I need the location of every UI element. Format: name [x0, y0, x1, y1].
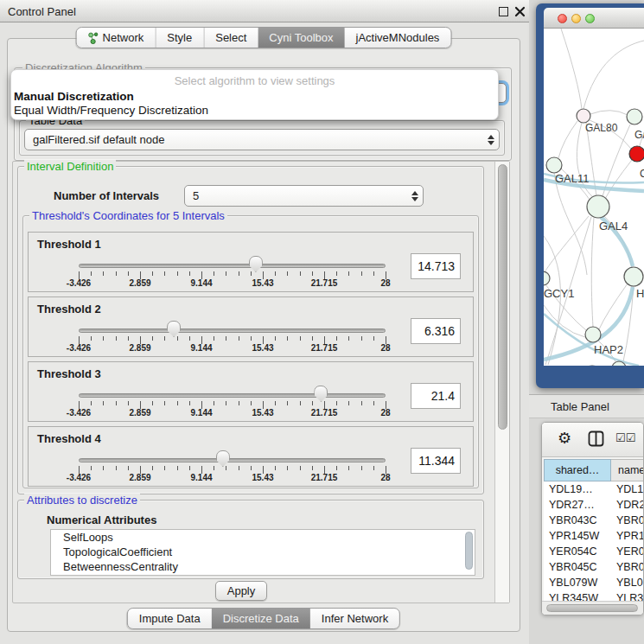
table-row[interactable]: YDR27…YDR2: [544, 497, 644, 513]
node-red-selected[interactable]: [629, 146, 644, 162]
node-partial-low-right[interactable]: [624, 267, 643, 286]
table-row[interactable]: YBR043CYBR0: [544, 513, 644, 528]
slider-tick-labels: -3.4262.8599.14415.4321.71528: [79, 278, 386, 289]
horizontal-scrollbar[interactable]: [542, 601, 644, 615]
popup-option-equal-width[interactable]: Equal Width/Frequency Discretization: [14, 104, 208, 117]
spinner-arrows-icon[interactable]: [411, 191, 418, 201]
table-row[interactable]: YDL19…YDL1: [544, 481, 644, 497]
number-of-intervals-label: Number of Intervals: [54, 189, 159, 202]
numerical-attributes-list: SelfLoops TopologicalCoefficient Between…: [50, 529, 475, 576]
tab-jactivemnodules[interactable]: jActiveMNodules: [345, 28, 451, 48]
vertical-scrollbar[interactable]: [494, 162, 509, 603]
slider-track[interactable]: [79, 458, 386, 462]
threshold-3-value-field[interactable]: [411, 383, 461, 409]
tab-style[interactable]: Style: [155, 28, 203, 48]
vertical-scrollbar-thumb[interactable]: [498, 164, 507, 430]
slider-tick-labels: -3.4262.8599.14415.4321.71528: [79, 408, 386, 418]
algorithm-hint-text: Select algorithm to view settings: [11, 74, 498, 87]
slider-track[interactable]: [79, 264, 386, 268]
tab-cyni-toolbox[interactable]: Cyni Toolbox: [258, 28, 344, 48]
table-row[interactable]: YPR145WYPR1: [544, 528, 644, 544]
table-rows: YDL19…YDL1 YDR27…YDR2 YBR043CYBR0 YPR145…: [544, 481, 644, 603]
slider-thumb[interactable]: [314, 386, 328, 402]
numerical-attributes-label: Numerical Attributes: [47, 513, 156, 526]
threshold-3-label: Threshold 3: [37, 367, 101, 380]
tab-select[interactable]: Select: [203, 28, 258, 48]
threshold-2-value-field[interactable]: [411, 318, 461, 344]
list-item-betweennesscentrality[interactable]: BetweennessCentrality: [51, 559, 475, 574]
column-header-shared-name[interactable]: shared…: [544, 459, 611, 481]
gear-icon[interactable]: ⚙: [558, 430, 571, 447]
number-of-intervals-combobox[interactable]: 5: [184, 185, 424, 207]
attributes-title: Attributes to discretize: [24, 494, 140, 507]
threshold-3-panel: Threshold 3 -3.4262.8599.14415.4321.7152…: [28, 361, 474, 422]
list-scrollbar-thumb[interactable]: [465, 532, 473, 570]
algorithm-dropdown-popup: Select algorithm to view settings Manual…: [10, 69, 499, 120]
table-data-value: galFiltered.sif default node: [33, 133, 164, 146]
tab-label: Network: [103, 31, 144, 44]
tab-infer-network[interactable]: Infer Network: [310, 609, 399, 628]
table-toolbar: ⚙ ☑☑: [542, 423, 643, 457]
network-canvas[interactable]: GAL80 GA C GAL11 GAL4 GCY1 HA HAP2: [544, 29, 644, 366]
threshold-3-slider[interactable]: -3.4262.8599.14415.4321.71528: [79, 385, 386, 418]
slider-track[interactable]: [79, 328, 386, 333]
spinner-arrows-icon[interactable]: [488, 135, 494, 145]
tab-network[interactable]: Network: [77, 28, 156, 48]
network-window-titlebar[interactable]: [544, 8, 644, 29]
node-gal80[interactable]: [577, 109, 590, 123]
node-label-hap2: HAP2: [594, 343, 623, 356]
checkbox-icons[interactable]: ☑☑: [615, 431, 635, 444]
zoom-traffic-light-icon[interactable]: [585, 14, 595, 23]
threshold-1-panel: Threshold 1 -3.4262.8599.14415.4321.7152…: [28, 232, 474, 292]
table-data-combobox[interactable]: galFiltered.sif default node: [24, 129, 500, 150]
node-label-partial-low-right: HA: [636, 287, 644, 300]
node-hap2[interactable]: [585, 327, 601, 342]
table-row[interactable]: YER054CYER0: [544, 544, 644, 559]
float-window-icon[interactable]: [499, 7, 508, 16]
node-partial-top-right[interactable]: [627, 109, 642, 124]
slider-thumb[interactable]: [216, 450, 230, 467]
node-label-gal4: GAL4: [599, 220, 628, 233]
list-item-topologicalcoefficient[interactable]: TopologicalCoefficient: [51, 545, 475, 559]
slider-thumb[interactable]: [249, 256, 263, 272]
threshold-2-label: Threshold 2: [37, 303, 101, 316]
table-header-row: shared… name: [544, 459, 644, 481]
threshold-4-label: Threshold 4: [37, 432, 101, 445]
network-icon: [88, 32, 99, 44]
close-traffic-light-icon[interactable]: [558, 14, 567, 23]
threshold-4-value-field[interactable]: [411, 448, 461, 474]
close-icon[interactable]: [514, 6, 526, 17]
node-gcy1[interactable]: [544, 271, 550, 285]
slider-track[interactable]: [79, 393, 386, 398]
table-row[interactable]: YBR045CYBR0: [544, 559, 644, 575]
slider-tick-labels: -3.4262.8599.14415.4321.71528: [79, 473, 386, 483]
table-browser-window: ⚙ ☑☑ shared… name YDL19…YDL1 YDR27…YDR2 …: [541, 422, 644, 615]
control-panel-tabs: Network Style Select Cyni Toolbox jActiv…: [76, 27, 452, 48]
threshold-1-slider[interactable]: -3.4262.8599.14415.4321.71528: [79, 255, 386, 288]
tab-impute-data[interactable]: Impute Data: [128, 609, 212, 628]
slider-tick-labels: -3.4262.8599.14415.4321.71528: [79, 343, 386, 354]
slider-thumb[interactable]: [167, 321, 181, 337]
threshold-coordinates-title: Threshold's Coordinates for 5 Intervals: [29, 209, 227, 222]
threshold-4-slider[interactable]: -3.4262.8599.14415.4321.71528: [79, 450, 386, 482]
node-label-partial-top-right: GA: [634, 129, 644, 141]
column-header-name[interactable]: name: [611, 459, 644, 481]
node-gal11[interactable]: [546, 157, 562, 173]
node-gal4[interactable]: [587, 195, 609, 218]
control-panel-window: Control Panel Network: [0, 0, 529, 644]
threshold-1-value-field[interactable]: [411, 253, 461, 279]
horizontal-scrollbar-thumb[interactable]: [546, 604, 638, 612]
minimize-traffic-light-icon[interactable]: [571, 14, 581, 23]
split-columns-icon[interactable]: [588, 430, 604, 450]
table-row[interactable]: YBL079WYBL0: [544, 575, 644, 590]
threshold-1-label: Threshold 1: [37, 238, 101, 251]
threshold-4-panel: Threshold 4 -3.4262.8599.14415.4321.7152…: [28, 426, 474, 487]
node-label-partial-mid-right: C: [640, 168, 644, 180]
tab-discretize-data[interactable]: Discretize Data: [212, 609, 310, 628]
threshold-2-slider[interactable]: -3.4262.8599.14415.4321.71528: [79, 320, 386, 353]
popup-option-manual-discretization[interactable]: Manual Discretization: [14, 90, 134, 103]
network-view-window: GAL80 GA C GAL11 GAL4 GCY1 HA HAP2: [536, 3, 644, 388]
apply-button[interactable]: Apply: [215, 581, 267, 601]
cyni-mode-tabs: Impute Data Discretize Data Infer Networ…: [127, 608, 400, 629]
list-item-selfloops[interactable]: SelfLoops: [51, 530, 475, 545]
